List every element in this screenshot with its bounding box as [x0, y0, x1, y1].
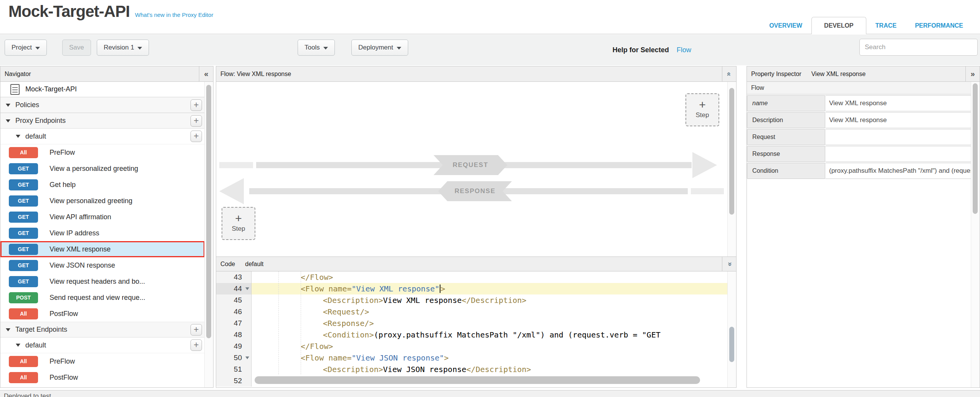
add-button[interactable]: +: [190, 324, 202, 336]
nav-flow-preflow[interactable]: AllPreFlow: [0, 144, 205, 160]
nav-flow-postflow[interactable]: AllPostFlow: [0, 306, 205, 322]
line-number: 47: [216, 318, 252, 329]
code-line-44[interactable]: 44<Flow name="View XML response">: [216, 283, 728, 294]
project-menu-button[interactable]: Project: [5, 40, 47, 56]
tools-menu-label: Tools: [305, 44, 320, 51]
collapse-caret-icon[interactable]: [6, 119, 10, 122]
page-title: Mock-Target-API: [8, 2, 130, 21]
collapse-caret-icon[interactable]: [16, 135, 20, 138]
nav-flow-preflow[interactable]: AllPreFlow: [0, 353, 205, 369]
deployment-menu-label: Deployment: [358, 44, 393, 51]
response-arrow-stub: [691, 188, 724, 194]
scrollbar-thumb[interactable]: [973, 83, 978, 214]
code-token: View XML response: [383, 296, 462, 305]
tab-trace[interactable]: TRACE: [866, 17, 906, 34]
fold-arrow-icon[interactable]: [245, 288, 249, 290]
property-inspector-expand-button[interactable]: »: [965, 66, 980, 81]
inspector-row-request: Request: [747, 129, 971, 145]
chevron-down-icon: [35, 47, 40, 50]
tools-menu-button[interactable]: Tools: [298, 40, 335, 56]
code-token: <Flow: [301, 353, 324, 362]
code-line-47[interactable]: 47<Response/>: [216, 318, 728, 329]
fold-arrow-icon[interactable]: [245, 357, 249, 359]
navigator-scrollbar[interactable]: [204, 82, 213, 387]
nav-section-policies[interactable]: Policies+: [0, 97, 205, 113]
code-editor[interactable]: 43</Flow>44<Flow name="View XML response…: [216, 271, 728, 387]
property-value-field[interactable]: [825, 146, 971, 162]
inspector-scrollbar[interactable]: [971, 82, 980, 387]
scrollbar-thumb[interactable]: [206, 85, 211, 338]
nav-section-default[interactable]: default+: [0, 337, 205, 353]
nav-section-label: Policies: [15, 101, 39, 109]
line-number: 52: [216, 375, 252, 387]
method-badge-get: GET: [9, 195, 38, 207]
save-label: Save: [69, 44, 84, 51]
line-number: 44: [216, 283, 252, 294]
nav-section-proxy-endpoints[interactable]: Proxy Endpoints+: [0, 113, 205, 129]
scrollbar-thumb[interactable]: [729, 327, 734, 362]
flow-panel-collapse-button[interactable]: «: [722, 66, 736, 81]
code-line-50[interactable]: 50<Flow name="View JSON response">: [216, 352, 728, 364]
add-step-button-response[interactable]: + Step: [222, 207, 255, 240]
nav-flow-get-help[interactable]: GETGet help: [0, 177, 205, 193]
step-button-label: Step: [232, 225, 245, 233]
add-button[interactable]: +: [190, 339, 202, 351]
collapse-caret-icon[interactable]: [6, 328, 10, 331]
code-panel-expand-button[interactable]: «: [722, 257, 736, 271]
nav-flow-postflow[interactable]: AllPostFlow: [0, 369, 205, 385]
code-line-46[interactable]: 46<Request/>: [216, 306, 728, 318]
add-button[interactable]: +: [190, 131, 202, 142]
nav-flow-view-a-personalized-greeting[interactable]: GETView a personalized greeting: [0, 160, 205, 177]
code-line-48[interactable]: 48<Condition>(proxy.pathsuffix MatchesPa…: [216, 329, 728, 341]
nav-flow-view-api-affirmation[interactable]: GETView API affirmation: [0, 209, 205, 225]
collapse-caret-icon[interactable]: [6, 104, 10, 107]
add-button[interactable]: +: [190, 99, 202, 111]
code-panel-scrollbar[interactable]: [727, 271, 736, 387]
code-line-45[interactable]: 45<Description>View XML response</Descri…: [216, 294, 728, 306]
code-line-49[interactable]: 49</Flow>: [216, 341, 728, 352]
code-token: <Flow: [301, 284, 324, 293]
property-label: Response: [747, 146, 825, 162]
collapse-caret-icon[interactable]: [16, 344, 20, 347]
nav-section-target-endpoints[interactable]: Target Endpoints+: [0, 322, 205, 337]
scrollbar-thumb[interactable]: [729, 88, 734, 215]
nav-section-default[interactable]: default+: [0, 129, 205, 144]
step-button-label: Step: [696, 111, 709, 119]
nav-flow-view-request-headers-and-bo[interactable]: GETView request headers and bo...: [0, 273, 205, 289]
inspector-row-name: nameView XML response: [747, 95, 971, 111]
add-step-button-request[interactable]: + Step: [685, 93, 719, 126]
method-badge-get: GET: [9, 244, 38, 255]
help-flow-link[interactable]: Flow: [677, 46, 691, 54]
code-line-51[interactable]: 51<Description>View JSON response</Descr…: [216, 364, 728, 375]
code-line-text: </Flow>: [252, 273, 333, 282]
code-horizontal-scrollbar-thumb[interactable]: [255, 376, 700, 384]
navigator-collapse-button[interactable]: «: [199, 66, 213, 81]
tab-develop[interactable]: DEVELOP: [811, 17, 866, 34]
proxy-editor-app: Mock-Target-API What's new in the Proxy …: [0, 0, 980, 397]
property-value-field[interactable]: [825, 129, 971, 145]
nav-flow-view-xml-response[interactable]: GETView XML response: [0, 241, 205, 257]
nav-flow-send-request-and-view-reque[interactable]: POSTSend request and view reque...: [0, 289, 205, 306]
whats-new-link[interactable]: What's new in the Proxy Editor: [135, 12, 214, 18]
nav-flow-view-json-response[interactable]: GETView JSON response: [0, 257, 205, 273]
save-button[interactable]: Save: [62, 40, 91, 56]
nav-root-item-mock-target-api[interactable]: Mock-Target-API: [0, 82, 205, 97]
deployment-menu-button[interactable]: Deployment: [351, 40, 408, 56]
tab-overview[interactable]: OVERVIEW: [760, 17, 811, 34]
code-panel-header: Code default «: [216, 257, 736, 271]
tab-performance[interactable]: PERFORMANCE: [906, 17, 972, 34]
property-value-field[interactable]: View XML response: [825, 95, 971, 111]
nav-flow-view-ip-address[interactable]: GETView IP address: [0, 225, 205, 241]
property-value-field[interactable]: (proxy.pathsuffix MatchesPath "/xml") an…: [825, 163, 971, 179]
double-chevron-up-icon: «: [725, 72, 733, 76]
property-value-field[interactable]: View XML response: [825, 112, 971, 128]
nav-flow-view-personalized-greeting[interactable]: GETView personalized greeting: [0, 193, 205, 209]
add-button[interactable]: +: [190, 115, 202, 127]
code-line-43[interactable]: 43</Flow>: [216, 271, 728, 283]
revision-menu-button[interactable]: Revision 1: [97, 40, 149, 56]
flow-panel-scrollbar[interactable]: [727, 82, 736, 257]
method-badge-get: GET: [9, 212, 38, 223]
search-input[interactable]: [859, 39, 978, 56]
tab-bar: OVERVIEWDEVELOPTRACEPERFORMANCE: [760, 17, 972, 34]
code-panel: Code default « 43</Flow>44<Flow name="Vi…: [216, 256, 737, 388]
